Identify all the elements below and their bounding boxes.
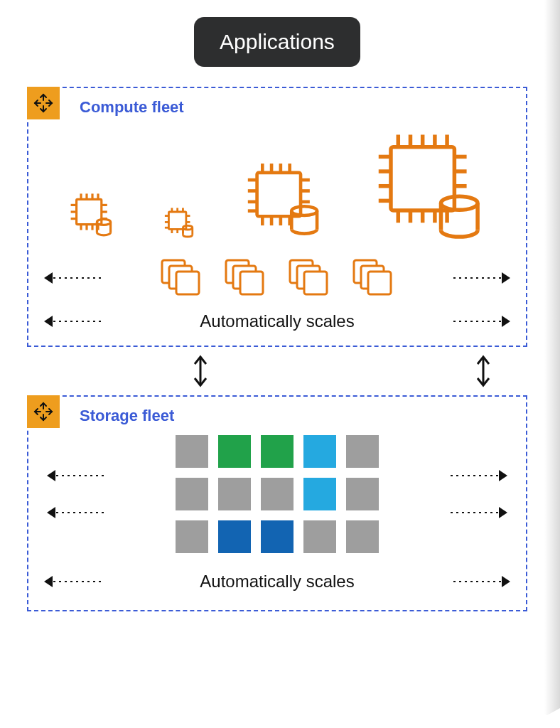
cluster-icon [351, 257, 395, 299]
storage-cell [261, 435, 294, 468]
storage-fleet-panel: Storage fleet [27, 395, 527, 611]
arrow-bidir-icon [190, 354, 210, 388]
compute-scale-row: Automatically scales [38, 311, 516, 331]
storage-cell [218, 435, 251, 468]
arrow-bidir-icon [473, 354, 493, 388]
svg-point-53 [291, 206, 317, 215]
storage-body [38, 431, 516, 553]
arrow-left-icon [38, 269, 102, 287]
svg-point-74 [441, 196, 478, 210]
arrow-right-icon [452, 572, 516, 591]
storage-cell [218, 520, 251, 553]
compute-fleet-panel: Compute fleet Automatically scales [27, 87, 527, 347]
instance-xsmall-icon [160, 205, 200, 240]
storage-cell [176, 478, 208, 510]
arrow-right-icon [452, 269, 516, 287]
cluster-icon [159, 257, 203, 299]
arrow-right-icon [449, 466, 513, 485]
storage-cell [303, 435, 336, 468]
svg-point-34 [183, 225, 192, 230]
svg-rect-80 [176, 272, 199, 294]
compute-instances-row [38, 122, 516, 247]
autoscale-icon [33, 401, 54, 422]
storage-cell [176, 520, 208, 553]
storage-cell [346, 520, 379, 553]
cluster-icon [223, 257, 267, 299]
fleet-connectors [27, 347, 527, 395]
arrow-left-icon [41, 466, 105, 485]
cluster-icon [287, 257, 331, 299]
storage-cell [176, 435, 208, 468]
storage-title: Storage fleet [80, 407, 516, 425]
storage-scale-text: Automatically scales [200, 572, 354, 592]
storage-grid [176, 435, 379, 553]
arrow-left-icon [41, 503, 105, 522]
svg-point-19 [97, 219, 110, 225]
storage-cell [218, 478, 251, 510]
arrow-right-icon [452, 312, 516, 331]
page-shadow [544, 0, 560, 728]
autoscale-icon [33, 92, 54, 114]
storage-cell [346, 435, 379, 468]
compute-title: Compute fleet [80, 98, 516, 117]
instance-large-icon [369, 129, 491, 240]
compute-badge [27, 87, 60, 119]
storage-cell [303, 520, 336, 553]
svg-rect-83 [240, 272, 263, 294]
applications-label: Applications [194, 17, 360, 67]
compute-clusters-row [38, 257, 516, 299]
compute-scale-text: Automatically scales [200, 311, 354, 331]
arrow-left-icon [38, 572, 102, 591]
storage-cell [303, 478, 336, 510]
storage-badge [27, 395, 60, 428]
torn-edge [0, 702, 560, 728]
svg-rect-86 [304, 272, 327, 294]
instance-medium-icon [239, 158, 330, 240]
svg-rect-89 [368, 272, 391, 294]
storage-scale-row: Automatically scales [38, 572, 516, 592]
instance-small-icon [64, 189, 121, 240]
storage-cell [346, 478, 379, 510]
storage-cell [261, 478, 294, 510]
arrow-right-icon [449, 503, 513, 522]
arrow-left-icon [38, 312, 102, 331]
diagram-content: Applications Compute fleet [27, 17, 527, 697]
storage-cell [261, 520, 294, 553]
